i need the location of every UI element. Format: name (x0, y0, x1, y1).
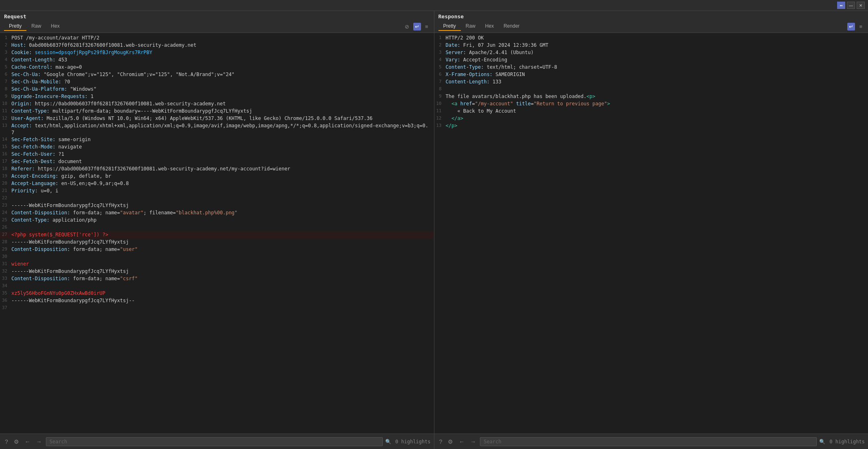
line-number: 7 (434, 78, 446, 84)
code-token: Mozilla/5.0 (Windows NT 10.0; Win64; x64… (47, 116, 373, 121)
line-content: ------WebKitFormBoundarypgfJcq7LYfHyxtsj (11, 239, 431, 246)
line-content (11, 253, 431, 260)
code-token: <a (446, 101, 460, 107)
back-icon-request[interactable]: ← (23, 438, 32, 446)
line-content: Content-Type: text/html; charset=UTF-8 (446, 64, 865, 71)
line-number: 25 (0, 217, 11, 222)
code-token: 1 (91, 94, 93, 99)
line-number: 11 (434, 108, 446, 113)
forward-icon-request[interactable]: → (35, 438, 43, 446)
code-token: X-Frame-Options: (446, 72, 496, 77)
code-line: 3Server: Apache/2.4.41 (Ubuntu) (434, 49, 868, 57)
line-number: 28 (0, 239, 11, 244)
code-token: "Return to previous page" (534, 101, 607, 107)
tab-hex-response[interactable]: Hex (480, 22, 499, 31)
code-token: Content-Disposition: (11, 210, 73, 216)
code-line: 8Sec-Ch-Ua-Platform: "Windows" (0, 86, 434, 93)
tab-raw-request[interactable]: Raw (26, 22, 46, 31)
line-number: 11 (0, 108, 11, 113)
line-number: 6 (434, 71, 446, 77)
line-content (11, 224, 431, 231)
code-line: 12 </a> (434, 115, 868, 122)
layout-btn-3[interactable]: ✕ (857, 2, 865, 9)
line-number: 37 (0, 305, 11, 310)
line-number: 17 (0, 158, 11, 164)
response-tabs: Pretty Raw Hex Render ↵ ≡ (438, 22, 864, 31)
wrap-icon-response[interactable]: ↵ (847, 23, 855, 31)
menu-icon-request[interactable]: ≡ (423, 23, 430, 31)
code-token: en-US,en;q=0.9,ar;q=0.8 (61, 181, 129, 186)
menu-icon-response[interactable]: ≡ (857, 23, 864, 31)
wrap-icon-request[interactable]: ↵ (413, 23, 421, 31)
code-token: Cookie: (11, 50, 35, 55)
layout-btn-2[interactable]: — (847, 2, 855, 9)
code-token: User-Agent: (11, 116, 47, 121)
code-token: 0abd00b6037f0f6281f3267600f10081.web-sec… (29, 42, 196, 48)
response-bottom: ? ⚙ ← → 🔍 0 highlights (434, 434, 868, 449)
code-line: 14Sec-Fetch-Site: same-origin (0, 136, 434, 144)
code-token: HTTP/2 200 OK (446, 35, 484, 41)
settings-icon-response[interactable]: ⚙ (446, 438, 455, 446)
line-content (11, 305, 431, 312)
line-number: 24 (0, 209, 11, 215)
code-token: document (59, 159, 82, 164)
search-input-request[interactable] (46, 437, 383, 446)
line-content: Sec-Ch-Ua: "Google Chrome";v="125", "Chr… (11, 71, 431, 78)
settings-icon-request[interactable]: ⚙ (12, 438, 21, 446)
eye-off-icon[interactable]: ⊘ (403, 23, 411, 31)
line-content: Accept: text/html,application/xhtml+xml,… (11, 122, 431, 136)
search-input-response[interactable] (480, 437, 817, 446)
code-token: same-origin (59, 137, 91, 142)
code-token: POST /my-account/avatar HTTP/2 (11, 35, 100, 41)
code-line: 22 (0, 195, 434, 202)
code-token: Origin: (11, 101, 35, 107)
code-line: 28------WebKitFormBoundarypgfJcq7LYfHyxt… (0, 239, 434, 246)
line-content: <a href="/my-account" title="Return to p… (446, 100, 865, 107)
code-token: title (513, 101, 531, 107)
code-line: 3Cookie: session=dpsqofjRpgPs29fBJrgMoug… (0, 49, 434, 57)
code-token: The file avatars/blackhat.php has been u… (446, 94, 587, 99)
code-token: ; filename= (143, 210, 176, 216)
line-number: 5 (0, 64, 11, 70)
code-line: 9The file avatars/blackhat.php has been … (434, 93, 868, 100)
line-number: 21 (0, 187, 11, 193)
tab-hex-request[interactable]: Hex (46, 22, 64, 31)
help-icon-response[interactable]: ? (438, 438, 444, 446)
code-token: Date: (446, 42, 463, 48)
help-icon-request[interactable]: ? (3, 438, 10, 446)
line-number: 31 (0, 261, 11, 266)
code-token: Sec-Fetch-Site: (11, 137, 59, 142)
code-line: 25Content-Type: application/php (0, 217, 434, 224)
tab-raw-response[interactable]: Raw (461, 22, 480, 31)
forward-icon-response[interactable]: → (469, 438, 477, 446)
code-token: Content-Length: (446, 79, 493, 85)
code-token: text/html; charset=UTF-8 (487, 64, 557, 70)
code-line: 32------WebKitFormBoundarypgfJcq7LYfHyxt… (0, 268, 434, 275)
line-number: 5 (434, 64, 446, 70)
line-number: 26 (0, 224, 11, 230)
bottom-bar: ? ⚙ ← → 🔍 0 highlights ? ⚙ ← → 🔍 0 highl… (0, 434, 868, 449)
line-number: 1 (0, 35, 11, 40)
code-token: href (460, 101, 472, 107)
tab-render-response[interactable]: Render (499, 22, 524, 31)
code-token: > (607, 101, 610, 107)
code-line: 10Origin: https://0abd00b6037f0f6281f326… (0, 100, 434, 108)
code-line: 8 (434, 86, 868, 93)
line-content: Referer: https://0abd00b6037f0f6281f3267… (11, 166, 431, 172)
line-content: POST /my-account/avatar HTTP/2 (11, 35, 431, 41)
code-line: 11Content-Type: multipart/form-data; bou… (0, 108, 434, 115)
line-number: 12 (434, 115, 446, 121)
highlights-count-request: 0 highlights (395, 439, 431, 445)
code-line: 6X-Frame-Options: SAMEORIGIN (434, 71, 868, 78)
code-token: ------WebKitFormBoundarypgfJcq7LYfHyxtsj (11, 268, 129, 274)
highlights-count-response: 0 highlights (829, 439, 865, 445)
code-line: 17Sec-Fetch-Dest: document (0, 158, 434, 166)
tab-pretty-response[interactable]: Pretty (438, 22, 461, 31)
line-content: xz5ly56HboFGnNYu0pG0ZHxAwBd0irUP (11, 290, 431, 297)
line-content: Priority: u=0, i (11, 187, 431, 194)
tab-pretty-request[interactable]: Pretty (4, 22, 26, 31)
back-icon-response[interactable]: ← (457, 438, 466, 446)
code-line: 12User-Agent: Mozilla/5.0 (Windows NT 10… (0, 115, 434, 122)
layout-btn-1[interactable]: ▪▪ (837, 2, 845, 9)
code-token: ------WebKitFormBoundarypgfJcq7LYfHyxtsj (11, 203, 129, 208)
